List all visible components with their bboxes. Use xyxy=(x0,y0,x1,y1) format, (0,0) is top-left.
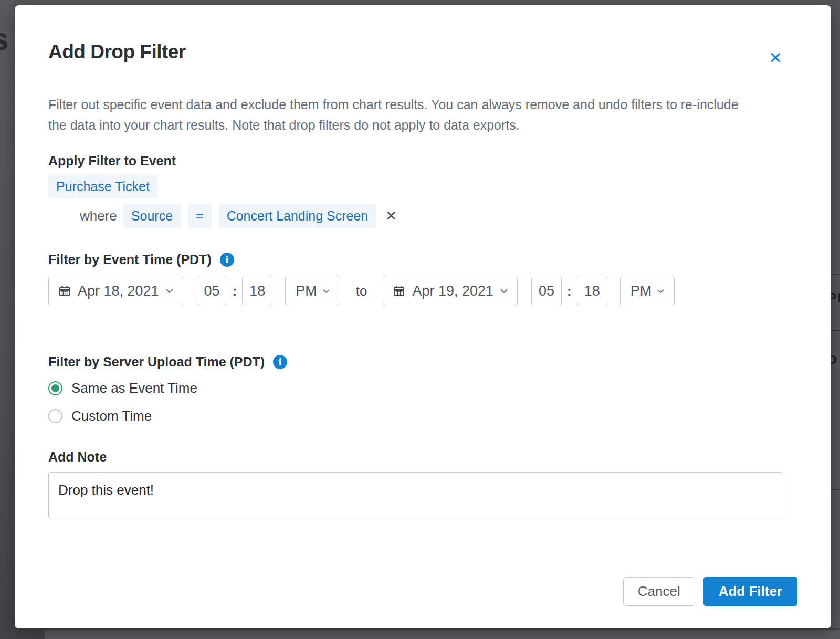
apply-filter-heading: Apply Filter to Event xyxy=(48,153,176,169)
backdrop-text-fragment: s xyxy=(0,20,8,57)
event-time-controls: Apr 18, 2021 : PM to xyxy=(48,276,797,306)
backdrop-table-line xyxy=(831,489,840,490)
chevron-down-icon xyxy=(166,289,173,294)
value-chip[interactable]: Concert Landing Screen xyxy=(219,204,376,228)
start-minute-input[interactable] xyxy=(242,276,272,306)
backdrop-bottom-strip xyxy=(45,630,840,639)
start-date-value: Apr 18, 2021 xyxy=(78,283,159,299)
radio-same-as-event-time[interactable]: Same as Event Time xyxy=(48,380,797,396)
close-icon[interactable]: ✕ xyxy=(764,46,787,69)
add-drop-filter-modal: ✕ Add Drop Filter Filter out specific ev… xyxy=(15,5,831,628)
end-hour-input[interactable] xyxy=(531,276,562,306)
modal-footer: Cancel Add Filter xyxy=(48,567,797,606)
end-date-select[interactable]: Apr 19, 2021 xyxy=(383,276,518,306)
event-time-heading: Filter by Event Time (PDT) xyxy=(48,252,212,267)
start-meridiem-select[interactable]: PM xyxy=(285,276,340,306)
event-time-section: Filter by Event Time (PDT) i Apr 18, 202… xyxy=(48,252,797,306)
end-date-value: Apr 19, 2021 xyxy=(412,283,494,299)
modal-title: Add Drop Filter xyxy=(48,41,797,63)
end-meridiem-select[interactable]: PM xyxy=(620,276,675,306)
server-time-heading: Filter by Server Upload Time (PDT) xyxy=(48,354,265,370)
end-meridiem-value: PM xyxy=(631,283,652,299)
info-icon[interactable]: i xyxy=(273,355,287,369)
chevron-down-icon xyxy=(323,289,330,294)
operator-chip[interactable]: = xyxy=(188,204,212,228)
start-hour-input[interactable] xyxy=(197,276,227,306)
add-filter-button[interactable]: Add Filter xyxy=(704,577,797,606)
to-label: to xyxy=(356,283,368,299)
radio-custom-time[interactable]: Custom Time xyxy=(48,408,797,424)
time-separator: : xyxy=(567,283,572,299)
radio-button-icon xyxy=(48,409,62,423)
start-date-select[interactable]: Apr 18, 2021 xyxy=(48,276,183,306)
chevron-down-icon xyxy=(657,289,664,294)
backdrop-table-line xyxy=(831,330,840,331)
remove-clause-icon[interactable]: ✕ xyxy=(383,208,399,224)
chevron-down-icon xyxy=(500,289,508,294)
note-section: Add Note Drop this event! xyxy=(48,449,797,520)
end-minute-input[interactable] xyxy=(577,276,607,306)
start-meridiem-value: PM xyxy=(296,283,317,299)
where-clause-row: where Source = Concert Landing Screen ✕ xyxy=(80,204,797,228)
apply-filter-section: Apply Filter to Event Purchase Ticket wh… xyxy=(48,153,797,228)
note-textarea[interactable]: Drop this event! xyxy=(48,472,782,518)
backdrop-left-strip xyxy=(0,0,15,639)
calendar-icon xyxy=(58,285,71,297)
calendar-icon xyxy=(393,285,405,297)
event-chip[interactable]: Purchase Ticket xyxy=(48,174,158,198)
radio-label: Custom Time xyxy=(71,408,152,424)
radio-button-icon xyxy=(48,381,62,395)
radio-label: Same as Event Time xyxy=(71,380,197,396)
server-time-section: Filter by Server Upload Time (PDT) i Sam… xyxy=(48,354,797,424)
cancel-button[interactable]: Cancel xyxy=(623,577,695,606)
info-icon[interactable]: i xyxy=(220,253,234,267)
where-label: where xyxy=(80,208,117,224)
backdrop-table-line xyxy=(831,274,840,275)
note-heading: Add Note xyxy=(48,449,107,465)
time-separator: : xyxy=(233,283,237,299)
property-chip[interactable]: Source xyxy=(123,204,181,228)
modal-description: Filter out specific event data and exclu… xyxy=(48,95,758,135)
